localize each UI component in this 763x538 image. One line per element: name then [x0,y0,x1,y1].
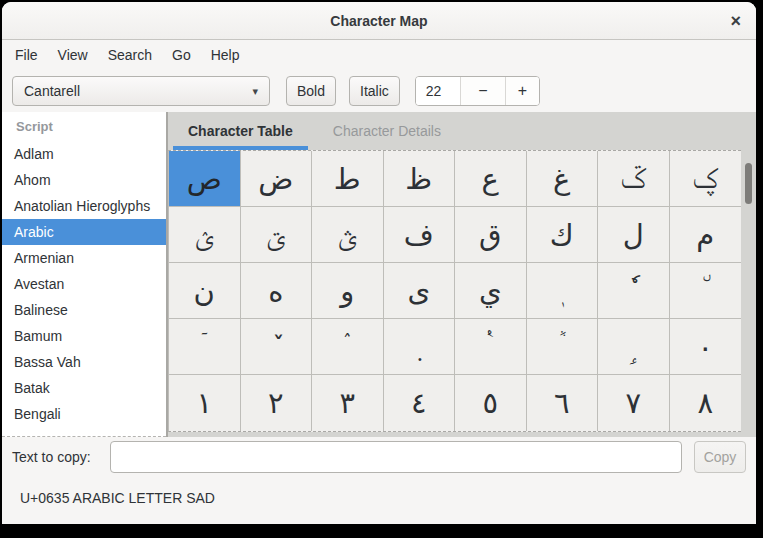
character-cell[interactable]: ٢ [241,375,313,431]
tab-character-table[interactable]: Character Table [168,112,313,150]
menu-item-go[interactable]: Go [162,42,201,68]
italic-button[interactable]: Italic [349,76,400,106]
text-to-copy-input[interactable] [110,441,682,473]
character-cell[interactable]: ٨ [670,375,742,431]
character-table: صضطظعغػؼؽؾؿفقكلمنهوىي ٖ ٗ ٘ ٙ ٚ ٛ ٜ ٝ ٞ … [168,150,741,432]
character-cell[interactable]: ٞ [527,319,599,375]
sidebar-item-ahom[interactable]: Ahom [2,167,166,193]
character-map-window: Character Map × FileViewSearchGoHelp Can… [2,2,756,524]
text-to-copy-label: Text to copy: [12,449,91,465]
character-cell[interactable]: ٚ [241,319,313,375]
character-cell[interactable]: ص [169,151,241,207]
status-text: U+0635 ARABIC LETTER SAD [20,490,215,506]
character-cell[interactable]: ٣ [312,375,384,431]
notebook: Character TableCharacter Details صضطظعغػ… [168,112,756,437]
sidebar-item-bamum[interactable]: Bamum [2,323,166,349]
character-cell[interactable]: ه [241,263,313,319]
sidebar-item-bassa-vah[interactable]: Bassa Vah [2,349,166,375]
increase-font-size-button[interactable]: + [506,77,539,105]
close-icon[interactable]: × [730,12,741,30]
status-bar: U+0635 ARABIC LETTER SAD [2,477,756,524]
script-list-header: Script [2,112,166,141]
character-cell[interactable]: ٥ [455,375,527,431]
menu-item-search[interactable]: Search [98,42,162,68]
character-cell[interactable]: ؿ [312,207,384,263]
character-grid-area: صضطظعغػؼؽؾؿفقكلمنهوىي ٖ ٗ ٘ ٙ ٚ ٛ ٜ ٝ ٞ … [168,150,756,437]
character-cell[interactable]: ٙ [169,319,241,375]
sidebar-item-balinese[interactable]: Balinese [2,297,166,323]
character-cell[interactable]: ٖ [527,263,599,319]
character-cell[interactable]: و [312,263,384,319]
character-cell[interactable]: ض [241,151,313,207]
character-cell[interactable]: ي [455,263,527,319]
menu-bar: FileViewSearchGoHelp [2,40,756,70]
character-cell[interactable]: م [670,207,742,263]
character-cell[interactable]: ٛ [312,319,384,375]
character-cell[interactable]: ٗ [598,263,670,319]
title-bar: Character Map × [2,2,756,40]
font-size-value[interactable]: 22 [416,77,461,105]
character-cell[interactable]: ١ [169,375,241,431]
tab-character-details[interactable]: Character Details [313,112,461,150]
character-cell[interactable]: ظ [384,151,456,207]
font-size-spinner: 22 − + [415,76,540,106]
menu-item-file[interactable]: File [5,42,48,68]
character-cell[interactable]: ػ [598,151,670,207]
character-cell[interactable]: ل [598,207,670,263]
character-cell[interactable]: ٦ [527,375,599,431]
character-cell[interactable]: ٜ [384,319,456,375]
chevron-down-icon: ▾ [252,85,258,98]
character-cell[interactable]: ق [455,207,527,263]
scrollbar-thumb[interactable] [745,163,752,204]
character-cell[interactable]: ٧ [598,375,670,431]
toolbar: Cantarell ▾ Bold Italic 22 − + [2,70,756,112]
menu-item-help[interactable]: Help [201,42,250,68]
sidebar-item-anatolian-hieroglyphs[interactable]: Anatolian Hieroglyphs [2,193,166,219]
content-area: Script AdlamAhomAnatolian HieroglyphsAra… [2,112,756,437]
character-cell[interactable]: ط [312,151,384,207]
sidebar-item-armenian[interactable]: Armenian [2,245,166,271]
copy-bar: Text to copy: Copy [2,437,756,477]
character-cell[interactable]: ؽ [169,207,241,263]
character-cell[interactable]: ٟ [598,319,670,375]
copy-button[interactable]: Copy [694,441,746,473]
sidebar-item-avestan[interactable]: Avestan [2,271,166,297]
character-cell[interactable]: ن [169,263,241,319]
character-cell[interactable]: ٤ [384,375,456,431]
sidebar-item-batak[interactable]: Batak [2,375,166,401]
character-cell[interactable]: غ [527,151,599,207]
window-title: Character Map [330,13,427,29]
sidebar-item-arabic[interactable]: Arabic [2,219,166,245]
character-cell[interactable]: ف [384,207,456,263]
font-family-dropdown[interactable]: Cantarell ▾ [12,76,270,106]
character-cell[interactable]: ؼ [670,151,742,207]
tab-bar: Character TableCharacter Details [168,112,756,150]
character-cell[interactable]: ؾ [241,207,313,263]
character-cell[interactable]: ع [455,151,527,207]
character-cell[interactable]: ٝ [455,319,527,375]
character-cell[interactable]: ٠ [670,319,742,375]
character-cell[interactable]: ى [384,263,456,319]
script-sidebar: Script AdlamAhomAnatolian HieroglyphsAra… [2,112,168,437]
menu-item-view[interactable]: View [48,42,98,68]
sidebar-item-bengali[interactable]: Bengali [2,401,166,427]
vertical-scrollbar[interactable] [741,150,756,432]
bold-button[interactable]: Bold [286,76,336,106]
font-family-value: Cantarell [24,83,80,99]
character-cell[interactable]: ٘ [670,263,742,319]
decrease-font-size-button[interactable]: − [461,77,506,105]
sidebar-item-adlam[interactable]: Adlam [2,141,166,167]
character-cell[interactable]: ك [527,207,599,263]
script-list: AdlamAhomAnatolian HieroglyphsArabicArme… [2,141,166,437]
